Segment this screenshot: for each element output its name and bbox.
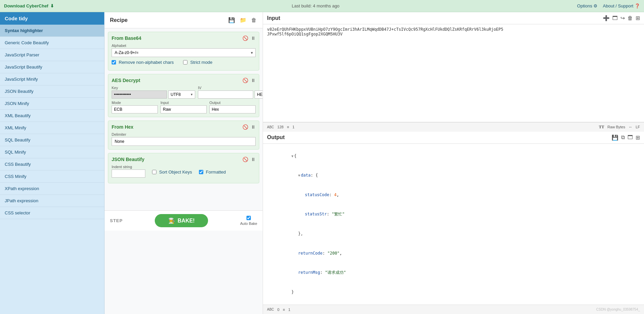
bake-row: STEP 👨‍🍳 BAKE! Auto Bake bbox=[105, 210, 263, 231]
aes-output-input[interactable] bbox=[209, 105, 256, 113]
recipe-clear-button[interactable]: 🗑 bbox=[251, 16, 257, 24]
block-from-base64-disable[interactable]: 🚫 bbox=[242, 35, 248, 41]
input-clear-button[interactable]: 🗑 bbox=[627, 15, 633, 21]
output-copy-button[interactable]: ⧉ bbox=[621, 134, 625, 141]
sort-keys-checkbox[interactable] bbox=[152, 170, 156, 174]
recipe-title: Recipe bbox=[110, 17, 127, 23]
block-from-base64-pause[interactable]: ⏸ bbox=[251, 35, 256, 41]
download-label[interactable]: Download CyberChef bbox=[4, 3, 48, 8]
input-expand-button[interactable]: ⊞ bbox=[636, 15, 640, 21]
step-label: STEP bbox=[110, 218, 123, 223]
json-line-3: statusStr: "繁忙" bbox=[267, 205, 640, 224]
checkbox-row-base64: Remove non-alphabet chars Strict mode bbox=[112, 60, 256, 65]
remove-nonalpha-label[interactable]: Remove non-alphabet chars bbox=[119, 60, 174, 65]
formatted-checkbox[interactable] bbox=[199, 170, 203, 174]
block-from-hex-title: From Hex bbox=[112, 124, 134, 130]
output-save-button[interactable]: 💾 bbox=[612, 134, 618, 141]
sidebar-item-xml-beautify[interactable]: XML Beautify bbox=[0, 110, 104, 122]
output-window-button[interactable]: 🗖 bbox=[627, 134, 633, 141]
input-export-button[interactable]: ↪ bbox=[620, 15, 625, 21]
val-returnCode: "200" bbox=[327, 251, 340, 256]
key-encoding-wrapper: UTF8HEXBase64 bbox=[168, 90, 195, 99]
aes-key-input[interactable] bbox=[112, 90, 167, 99]
delimiter-input[interactable] bbox=[112, 137, 256, 146]
input-add-button[interactable]: ➕ bbox=[603, 15, 610, 21]
iv-encoding-select[interactable]: HEXUTF8Base64 bbox=[255, 90, 263, 99]
key-encoding-select[interactable]: UTF8HEXBase64 bbox=[168, 90, 195, 99]
download-icon: ⬇ bbox=[50, 3, 54, 8]
block-aes-pause[interactable]: ⏸ bbox=[251, 78, 256, 83]
input-textarea[interactable]: v82eErQUhFHKbppxVUBniHpO7zY9OgcImri3hArI… bbox=[263, 24, 644, 122]
output-lines-icon: ≡ bbox=[283, 308, 285, 312]
sidebar-item-sql-minify[interactable]: SQL Minify bbox=[0, 146, 104, 158]
sidebar-item-javascript-beautify[interactable]: JavaScript Beautify bbox=[0, 61, 104, 73]
block-aes-decrypt-title: AES Decrypt bbox=[112, 78, 140, 83]
aes-mode-input[interactable] bbox=[112, 105, 158, 113]
strict-mode-checkbox[interactable] bbox=[183, 60, 187, 64]
output-expand-button[interactable]: ⊞ bbox=[636, 134, 640, 141]
block-from-hex-header: From Hex 🚫 ⏸ bbox=[112, 124, 256, 130]
recipe-load-button[interactable]: 📁 bbox=[239, 16, 247, 24]
iv-label: IV bbox=[198, 86, 263, 90]
sidebar-item-javascript-minify[interactable]: JavaScript Minify bbox=[0, 73, 104, 85]
formatted-label[interactable]: Formatted bbox=[206, 169, 226, 175]
sidebar-item-css-minify[interactable]: CSS Minify bbox=[0, 171, 104, 183]
recipe-spacer bbox=[108, 187, 259, 207]
aes-iv-input[interactable] bbox=[198, 90, 253, 99]
sidebar-item-generic-code-beautify[interactable]: Generic Code Beautify bbox=[0, 37, 104, 49]
sidebar-item-css-beautify[interactable]: CSS Beautify bbox=[0, 158, 104, 171]
auto-bake-checkbox[interactable] bbox=[246, 216, 251, 220]
stats-chars: 128 bbox=[277, 125, 284, 129]
bake-button[interactable]: 👨‍🍳 BAKE! bbox=[155, 214, 208, 227]
alphabet-input[interactable] bbox=[112, 48, 256, 57]
block-aes-disable[interactable]: 🚫 bbox=[242, 78, 248, 83]
indent-label: Indent string bbox=[112, 165, 145, 169]
recipe-save-button[interactable]: 💾 bbox=[228, 16, 236, 24]
key-returnCode: returnCode bbox=[298, 251, 322, 256]
alphabet-label: Alphabet bbox=[112, 44, 256, 48]
about-support-label[interactable]: About / Support ❓ bbox=[603, 3, 640, 8]
key-data: data bbox=[301, 173, 311, 178]
sidebar-item-javascript-parser[interactable]: JavaScript Parser bbox=[0, 49, 104, 61]
sidebar-item-jpath-expression[interactable]: JPath expression bbox=[0, 195, 104, 207]
auto-bake-col: Auto Bake bbox=[240, 216, 257, 226]
block-json-disable[interactable]: 🚫 bbox=[242, 157, 248, 162]
sidebar-item-json-beautify[interactable]: JSON Beautify bbox=[0, 85, 104, 98]
strict-mode-label[interactable]: Strict mode bbox=[190, 60, 212, 65]
block-hex-disable[interactable]: 🚫 bbox=[242, 124, 248, 130]
mode-label: Mode bbox=[112, 101, 158, 105]
key-statusCode: statusCode bbox=[305, 192, 329, 197]
block-hex-pause[interactable]: ⏸ bbox=[251, 124, 256, 130]
topbar-build: Last build: 4 months ago bbox=[292, 3, 340, 8]
indent-input[interactable] bbox=[112, 169, 145, 178]
lf-label[interactable]: LF bbox=[636, 125, 640, 129]
formatted-row: Formatted bbox=[199, 169, 226, 175]
aes-input-input[interactable] bbox=[160, 105, 207, 113]
sort-keys-label[interactable]: Sort Object Keys bbox=[159, 169, 192, 175]
sidebar-item-json-minify[interactable]: JSON Minify bbox=[0, 98, 104, 110]
remove-nonalpha-checkbox[interactable] bbox=[112, 60, 116, 64]
options-label[interactable]: Options ⚙ bbox=[577, 3, 597, 8]
block-json-pause[interactable]: ⏸ bbox=[251, 157, 256, 162]
sidebar-item-sql-beautify[interactable]: SQL Beautify bbox=[0, 134, 104, 146]
block-json-beautify-title: JSON Beautify bbox=[112, 157, 144, 162]
output-lines: 1 bbox=[288, 308, 290, 312]
block-aes-decrypt-controls: 🚫 ⏸ bbox=[242, 78, 256, 83]
block-from-base64-controls: 🚫 ⏸ bbox=[242, 35, 256, 41]
topbar-right: Options ⚙ About / Support ❓ bbox=[577, 3, 640, 8]
auto-bake-label[interactable]: Auto Bake bbox=[240, 221, 257, 226]
sidebar-item-xpath-expression[interactable]: XPath expression bbox=[0, 183, 104, 195]
main-layout: Code tidy Syntax highlighter Generic Cod… bbox=[0, 12, 644, 314]
input-open-button[interactable]: 🗖 bbox=[612, 15, 618, 21]
raw-bytes-label[interactable]: Raw Bytes bbox=[608, 125, 625, 129]
sidebar-item-css-selector[interactable]: CSS selector bbox=[0, 207, 104, 219]
sidebar-item-syntax-highlighter[interactable]: Syntax highlighter bbox=[0, 25, 104, 37]
aes-input-block: Input bbox=[160, 101, 207, 113]
json-line-6: returnMsg: "请求成功" bbox=[267, 263, 640, 283]
output-label: Output bbox=[209, 101, 256, 105]
io-section: Input ➕ 🗖 ↪ 🗑 ⊞ v82eErQUhFHKbppxVUBniHpO… bbox=[263, 12, 644, 314]
question-icon: ❓ bbox=[635, 3, 640, 8]
json-options-row: Indent string Sort Object Keys Formatted bbox=[112, 165, 256, 178]
sidebar-item-xml-minify[interactable]: XML Minify bbox=[0, 122, 104, 134]
block-json-beautify: JSON Beautify 🚫 ⏸ Indent string Sort Obj… bbox=[108, 153, 259, 183]
